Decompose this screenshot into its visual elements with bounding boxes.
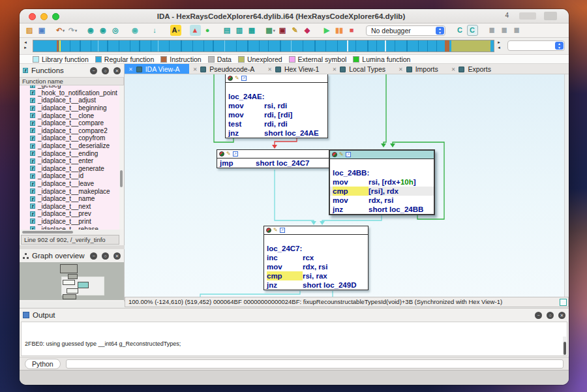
minimize-window-button[interactable] <box>40 13 48 20</box>
tab-local-types[interactable]: ✕ Local Types <box>328 64 395 74</box>
select-stepper-icon[interactable]: ▲▼ <box>555 42 564 50</box>
recent-scripts-icon[interactable]: ≣ <box>499 25 510 36</box>
functions-horizontal-scrollbar[interactable] <box>20 230 120 234</box>
function-list-item[interactable]: f _idaplace_t__leave <box>20 180 120 188</box>
graph-view[interactable]: ✎ ↗ loc_24AE: movrsi, rdi movrdi, [rdi] … <box>125 74 569 297</box>
windows-list-icon[interactable]: ≣ <box>511 25 522 36</box>
node-edit-icon[interactable]: ✎ <box>226 151 231 157</box>
function-list-item[interactable]: f _idaplace_t__id <box>20 172 120 180</box>
functions-list[interactable]: f _getseg f _hook_to_notification_point … <box>20 85 120 230</box>
script-snippets-icon[interactable]: ▩▾ <box>265 25 276 36</box>
graph-node-loc_24AE[interactable]: ✎ ↗ loc_24AE: movrsi, rdi movrdi, [rdi] … <box>225 74 328 138</box>
graph-status-grip[interactable] <box>560 299 567 306</box>
tab-close-icon[interactable]: ✕ <box>451 67 456 72</box>
asm-line[interactable] <box>264 235 368 244</box>
graph-vertical-scrollbar[interactable] <box>564 74 569 297</box>
enums-icon[interactable]: ▥ <box>234 25 245 36</box>
function-list-item[interactable]: f _idaplace_t__beginning <box>20 104 120 112</box>
output-console[interactable]: 2FBE0: using guessed type __int64 g_Reco… <box>21 322 567 356</box>
functions-panel-titlebar[interactable]: f Functions − ○ ✕ <box>20 64 124 77</box>
function-list-item[interactable]: f _idaplace_t__deserialize <box>20 142 120 150</box>
structures-icon[interactable]: ▤ <box>222 25 233 36</box>
stop-process-icon[interactable]: ■ <box>346 25 357 36</box>
panel-minimize-icon[interactable]: − <box>90 67 97 74</box>
panel-close-icon[interactable]: ✕ <box>113 67 121 74</box>
quick-idc-icon[interactable]: C <box>455 25 466 36</box>
redo-icon[interactable]: ↷▾ <box>67 25 78 36</box>
asm-line[interactable] <box>330 159 434 168</box>
asm-line[interactable]: testrdi, rdi <box>226 119 327 128</box>
segments-icon[interactable]: ▦ <box>247 25 258 36</box>
asm-line[interactable]: incrcx <box>264 253 368 262</box>
asm-line[interactable]: movrdx, rsi <box>330 196 434 205</box>
quick-python-icon[interactable]: C <box>467 25 478 36</box>
output-scrollbar[interactable] <box>563 337 566 356</box>
debugger-select[interactable]: No debugger ▲▼ <box>366 25 445 36</box>
text-display-icon[interactable]: A▾ <box>170 25 181 36</box>
asm-line[interactable]: movrdi, [rdi] <box>226 110 327 119</box>
titlebar[interactable]: IDA - HexRaysCodeXplorer64.dylib.i64 (He… <box>20 9 569 23</box>
navband-right-arrows-icon[interactable]: ▸◂ <box>496 40 502 50</box>
node-header[interactable]: ✎ ↗ <box>226 74 327 83</box>
graph-overview-titlebar[interactable]: Graph overview − ○ ✕ <box>20 249 124 262</box>
graph-node-loc_24C7[interactable]: ✎ ↗ loc_24C7: incrcx movrdx, rsi cmprsi,… <box>263 226 369 290</box>
patch-program-icon[interactable]: ✎ <box>290 25 301 36</box>
panel-float-icon[interactable]: ○ <box>102 252 109 260</box>
tab-close-icon[interactable]: ✕ <box>332 67 337 72</box>
navigation-band[interactable] <box>33 40 494 52</box>
asm-line[interactable]: movrdx, rsi <box>264 262 368 271</box>
panel-close-icon[interactable]: ✕ <box>113 252 121 260</box>
function-list-item[interactable]: f _idaplace_t__print <box>20 218 120 226</box>
tab-close-icon[interactable]: ✕ <box>193 67 198 72</box>
tab-ida-view-a[interactable]: ✕ IDA View-A <box>125 64 189 74</box>
tab-close-icon[interactable]: ✕ <box>399 67 403 72</box>
function-list-item[interactable]: f _idaplace_t__generate <box>20 165 120 173</box>
select-stepper-icon[interactable]: ▲▼ <box>436 27 444 35</box>
jump-function-icon[interactable]: ↓ <box>149 25 160 36</box>
lumina-icon[interactable]: ● <box>202 25 213 36</box>
function-list-item[interactable]: f _hook_to_notification_point <box>20 89 120 97</box>
zoom-window-button[interactable] <box>52 13 59 20</box>
open-file-icon[interactable]: ▨ <box>24 25 35 36</box>
asm-line[interactable]: cmp[rsi], rdx <box>330 187 434 196</box>
tab-exports[interactable]: ✕ Exports <box>447 64 500 74</box>
breakpoint-icon[interactable]: ◆ <box>302 25 313 36</box>
tab-close-icon[interactable]: ✕ <box>267 67 272 72</box>
asm-line[interactable]: movrsi, [rdx+10h] <box>330 177 434 187</box>
function-list-item[interactable]: f _idaplace_t__name <box>20 195 120 203</box>
graph-node-loc_24BB[interactable]: ✎ ↗ loc_24BB: movrsi, [rdx+10h] cmp[rsi]… <box>329 149 435 215</box>
asm-line[interactable]: jnzshort loc_249D <box>264 280 368 290</box>
jump-back-icon[interactable]: ◉ <box>85 25 97 36</box>
desktop-layout-icon[interactable]: ≣ <box>487 25 498 36</box>
tab-hex-view-1[interactable]: ✕ Hex View-1 <box>263 64 328 74</box>
node-header[interactable]: ✎ ↗ <box>217 150 329 158</box>
navband-range-select[interactable]: ▲▼ <box>507 40 565 51</box>
asm-line[interactable]: jmpshort loc_24C7 <box>217 158 329 168</box>
node-chart-icon[interactable]: ↗ <box>233 151 238 157</box>
panel-float-icon[interactable]: ○ <box>102 67 109 74</box>
panel-close-icon[interactable]: ✕ <box>558 312 565 319</box>
node-header[interactable]: ✎ ↗ <box>330 151 434 159</box>
jump-forward-icon[interactable]: ◉ <box>98 25 109 36</box>
node-color-icon[interactable] <box>228 76 233 81</box>
node-chart-icon[interactable]: ↗ <box>346 152 351 157</box>
function-list-item[interactable]: f _idaplace_t__rebase <box>20 225 120 230</box>
function-list-item[interactable]: f _idaplace_t__makeplace <box>20 187 120 195</box>
asm-line[interactable]: movrsi, rdi <box>226 101 327 110</box>
node-edit-icon[interactable]: ✎ <box>339 152 344 157</box>
node-chart-icon[interactable]: ↗ <box>241 76 247 81</box>
functions-column-header[interactable]: Function name <box>20 77 124 85</box>
asm-line[interactable]: loc_24C7: <box>264 244 368 253</box>
node-edit-icon[interactable]: ✎ <box>235 76 239 81</box>
tab-imports[interactable]: ✕ Imports <box>395 64 447 74</box>
panel-float-icon[interactable]: ○ <box>547 312 554 319</box>
node-header[interactable]: ✎ ↗ <box>264 226 368 235</box>
function-list-item[interactable]: f _idaplace_t__adjust <box>20 97 120 104</box>
debugger-window-icon[interactable]: ▣ <box>277 25 288 36</box>
save-icon[interactable]: ▣ <box>37 25 48 36</box>
function-list-item[interactable]: f _idaplace_t__compare2 <box>20 127 120 135</box>
node-edit-icon[interactable]: ✎ <box>273 228 278 233</box>
asm-line[interactable]: jnzshort loc_24BB <box>330 205 434 214</box>
panel-minimize-icon[interactable]: − <box>90 252 97 260</box>
navband-left-arrows-icon[interactable]: ◂▸ <box>22 40 29 50</box>
